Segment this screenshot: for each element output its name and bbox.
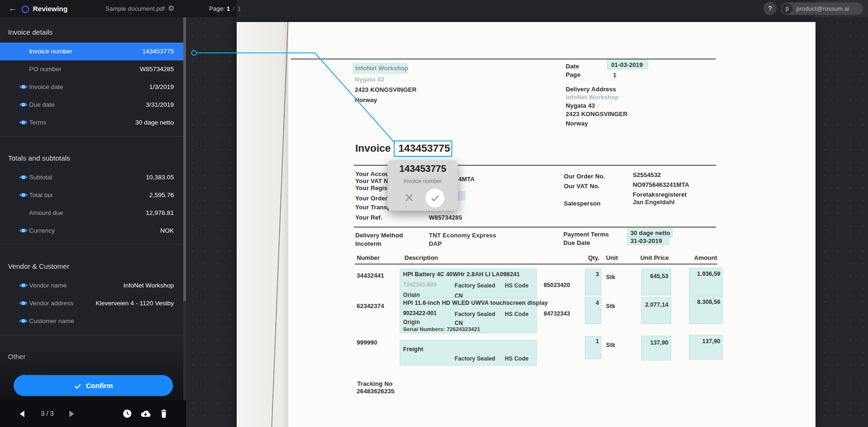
eye-icon[interactable] (19, 101, 28, 108)
field-label: Vendor address (29, 294, 74, 312)
eye-icon[interactable] (19, 191, 28, 199)
field-row-vendor-name[interactable]: Vendor nameInfoNet Workshop (0, 277, 183, 294)
doc-date-label: Date (566, 63, 579, 70)
eye-icon[interactable] (19, 227, 28, 234)
field-row-invoice-number[interactable]: Invoice number143453775 (0, 43, 183, 60)
our-order-value: S2554532 (633, 171, 661, 178)
top-bar: ← Reviewing Sample document.pdf ⚙ Page: … (0, 0, 868, 17)
hs-code-label: HS Code (505, 311, 529, 317)
field-row-due-date[interactable]: Due date3/31/2019 (0, 96, 183, 114)
unit-value: Stk (606, 274, 615, 280)
th-unit-price: Unit Price (631, 254, 669, 261)
field-value: 1/3/2019 (149, 78, 174, 96)
sidebar-section: Invoice detailsInvoice number143453775PO… (0, 17, 183, 137)
th-amount: Amount (680, 254, 717, 261)
delete-icon[interactable] (157, 400, 170, 427)
qty-value: 4 (585, 300, 599, 306)
doc-page-value: 1 (613, 72, 616, 79)
avatar: p (782, 3, 793, 14)
eye-icon[interactable] (19, 119, 28, 126)
eye-icon[interactable] (19, 300, 28, 307)
help-icon[interactable]: ? (763, 2, 777, 15)
doc-rule-top (291, 59, 716, 59)
field-row-total-tax[interactable]: Total tax2,595.76 (0, 186, 183, 204)
fields-sidebar: Invoice detailsInvoice number143453775PO… (0, 17, 186, 427)
rossum-review-screen: ✂ InfoNet Workshop Nygata 43 2423 KONGSV… (0, 0, 868, 427)
delivery-address-line: Nygata 43 (566, 102, 595, 109)
item-part-number: 9023422-001 (403, 310, 437, 317)
our-vat-value: NO9756463241MTA (633, 181, 689, 188)
next-document-icon[interactable] (66, 400, 78, 427)
delivery-address-line: InfoNet Workshop (566, 94, 619, 101)
eye-icon[interactable] (19, 317, 28, 324)
doc-sender-line2: Nygata 43 (355, 76, 384, 83)
field-value: 30 dage netto (135, 114, 174, 132)
sidebar-footer: 3 / 3 (0, 400, 186, 427)
popup-value: 143453775 (388, 163, 458, 174)
your-column-label: Your VAT N (355, 177, 388, 184)
unit-price-value: 2.077,14 (632, 302, 668, 308)
due-date-value: 31-03-2019 (630, 237, 662, 244)
field-label: Total tax (29, 186, 52, 204)
back-icon[interactable]: ← (7, 2, 19, 15)
unit-value: Stk (606, 303, 615, 309)
sidebar-section: Vendor & CustomerVendor nameInfoNet Work… (0, 245, 183, 335)
hs-code-value: 85023420 (544, 282, 570, 288)
item-part-number: 7242341-800 (403, 281, 437, 288)
item-description: HPI Battery 4C 40WHr 2.8AH LI LA098241 (403, 271, 520, 278)
field-value: 3/31/2019 (146, 96, 174, 114)
invoice-number-selection-box[interactable] (394, 140, 452, 157)
eye-icon[interactable] (19, 174, 28, 181)
field-row-terms[interactable]: Terms30 dage netto (0, 114, 183, 132)
section-title: Invoice details (8, 28, 183, 37)
due-date-label: Due Date (563, 239, 590, 246)
your-column-label: Your Registr (355, 184, 392, 191)
field-value: 2,595.76 (149, 186, 174, 204)
delivery-method-label: Delivery Method (355, 232, 403, 239)
sidebar-scrollbar (183, 17, 186, 427)
eye-icon[interactable] (19, 83, 28, 90)
th-qty: Qty. (570, 254, 599, 261)
unit-price-value: 645,53 (632, 273, 668, 280)
status-ring-icon (22, 6, 29, 13)
confirm-button[interactable]: Confirm (14, 375, 173, 396)
field-row-customer-name[interactable]: Customer name (0, 312, 183, 330)
section-title: Totals and subtotals (8, 154, 183, 163)
check-icon (74, 382, 82, 390)
unit-price-value: 137,90 (632, 339, 668, 346)
your-column-label: Your Accou (355, 170, 389, 177)
download-icon[interactable] (139, 400, 151, 427)
prev-document-icon[interactable] (16, 400, 28, 427)
reject-value-icon[interactable] (403, 191, 416, 204)
popup-field-label: Invoice number (388, 178, 458, 184)
field-row-po-number[interactable]: PO numberW85734285 (0, 60, 183, 78)
amount-value: 137,90 (681, 338, 720, 345)
item-number: 999990 (357, 339, 377, 346)
your-column-label: Your Ref. (355, 214, 382, 221)
sidebar-scrollbar-thumb[interactable] (183, 17, 186, 301)
invoice-page[interactable]: InfoNet Workshop Nygata 43 2423 KONGSVIN… (237, 22, 816, 427)
eye-icon[interactable] (19, 282, 28, 289)
screen-title: Reviewing (33, 0, 67, 17)
field-row-invoice-date[interactable]: Invoice date1/3/2019 (0, 78, 183, 96)
incoterm-label: Incoterm (355, 240, 382, 247)
field-row-vendor-address[interactable]: Vendor addressKleverveien 4 - 1120 Vestb… (0, 294, 183, 312)
salesperson-value: Jan Engeldahl (633, 199, 674, 206)
confirm-value-icon[interactable] (426, 189, 444, 207)
payment-terms-value: 30 dage netto (630, 229, 670, 236)
page-indicator: Page: 1/1 (209, 0, 241, 17)
field-row-currency[interactable]: CurrencyNOK (0, 222, 183, 240)
field-row-subtotal[interactable]: Subtotal10,383.05 (0, 169, 183, 186)
your-column-label: Your Order (355, 195, 388, 202)
user-menu[interactable]: p product@rossum.ai (781, 2, 863, 15)
gear-icon[interactable]: ⚙ (168, 0, 174, 17)
field-label: Due date (29, 96, 55, 114)
field-label: PO number (29, 60, 61, 78)
history-icon[interactable] (121, 400, 133, 427)
field-row-amount-due[interactable]: Amount due12,978.81 (0, 204, 183, 222)
payment-terms-label: Payment Terms (563, 231, 609, 238)
field-value: 12,978.81 (146, 204, 174, 222)
origin-label: Origin (403, 319, 420, 325)
incoterm-value: DAP (429, 240, 442, 247)
document-name: Sample document.pdf (105, 0, 165, 17)
